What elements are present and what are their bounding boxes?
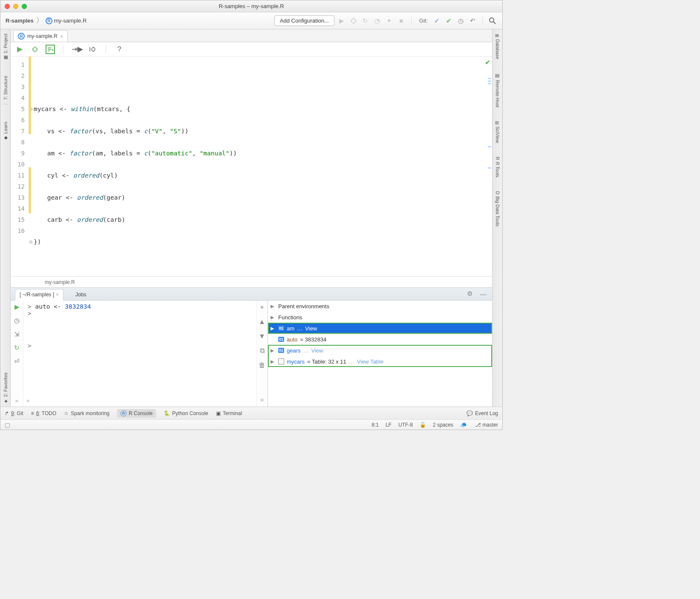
editor-tab-label: my-sample.R bbox=[27, 33, 58, 39]
r-console-panel: [ ~/R-samples ] × Jobs ⚙ — ▶ ◷ ⇲ bbox=[11, 287, 492, 407]
hide-panel-icon[interactable]: — bbox=[478, 289, 488, 298]
env-var-mycars[interactable]: ▶ mycars = Table: 32 x 11 … View Table bbox=[268, 356, 492, 367]
export-icon[interactable]: ⇲ bbox=[12, 330, 22, 339]
coverage-button[interactable]: ↻ bbox=[361, 16, 370, 26]
learn-tool-tab[interactable]: ◆Learn bbox=[2, 119, 9, 143]
indent-settings[interactable]: 2 spaces bbox=[433, 422, 453, 428]
settings-icon[interactable]: ⚙ bbox=[465, 289, 474, 298]
history-icon[interactable]: ◷ bbox=[12, 316, 22, 325]
spark-monitoring-tab[interactable]: ☆ Spark monitoring bbox=[64, 410, 109, 416]
git-update-icon[interactable]: ✓ bbox=[432, 16, 441, 26]
code-str: "S" bbox=[170, 128, 181, 135]
file-encoding[interactable]: UTF-8 bbox=[398, 422, 413, 428]
console-tab-jobs[interactable]: Jobs bbox=[71, 289, 90, 300]
up-icon[interactable]: ▲ bbox=[258, 318, 266, 326]
soft-wrap-icon[interactable]: ⏎ bbox=[12, 357, 22, 366]
env-view-link[interactable]: View bbox=[311, 347, 323, 354]
env-view-table-link[interactable]: View Table bbox=[357, 358, 383, 365]
env-var-auto[interactable]: 01 auto = 3832834 bbox=[268, 334, 492, 345]
more-icon[interactable]: » bbox=[26, 397, 30, 404]
code-area[interactable]: ⊖mycars <- within(mtcars, { vs <- factor… bbox=[29, 57, 492, 276]
editor-tab-active[interactable]: R my-sample.R × bbox=[13, 30, 68, 42]
concurrency-button[interactable]: ✦ bbox=[385, 16, 394, 26]
code-str: "automatic" bbox=[151, 150, 192, 157]
code-text: vs <- bbox=[32, 128, 69, 135]
favorites-tool-tab[interactable]: ★2: Favorites bbox=[2, 370, 9, 407]
add-icon[interactable]: + bbox=[258, 303, 266, 312]
repl-area[interactable]: > auto <- 3832834 > > » bbox=[23, 301, 256, 407]
python-console-tab[interactable]: 🐍 Python Console bbox=[164, 410, 208, 416]
line-separator[interactable]: LF bbox=[386, 422, 392, 428]
r-console-tab[interactable]: R R Console bbox=[117, 409, 156, 418]
run-button[interactable]: ▶ bbox=[337, 16, 346, 26]
run-configuration-dropdown[interactable]: Add Configuration... bbox=[274, 15, 334, 26]
svg-marker-17 bbox=[52, 49, 54, 51]
readonly-toggle-icon[interactable]: 🔓 bbox=[420, 422, 426, 428]
close-window-button[interactable] bbox=[5, 4, 10, 9]
breadcrumb[interactable]: R-samples 〉 R my-sample.R bbox=[6, 16, 86, 25]
code-editor[interactable]: ✔ 1 2 3 4 5 6 7 8 9 bbox=[11, 57, 492, 276]
svg-point-5 bbox=[490, 18, 494, 22]
vcs-change-marker[interactable] bbox=[29, 167, 31, 213]
breadcrumb-file[interactable]: R my-sample.R bbox=[46, 17, 87, 24]
svg-point-0 bbox=[351, 19, 356, 23]
big-data-tools-tab[interactable]: DBig Data Tools bbox=[494, 189, 501, 229]
big-data-tools-label: Big Data Tools bbox=[495, 196, 500, 226]
interpreter-status[interactable]: 🧢 bbox=[460, 422, 468, 428]
env-group-functions[interactable]: ▶Functions bbox=[268, 312, 492, 323]
debug-button[interactable] bbox=[349, 16, 358, 26]
delete-icon[interactable]: 🗑 bbox=[258, 361, 266, 370]
run-to-cursor-icon[interactable]: ⇥▶ bbox=[72, 45, 82, 54]
line-number-gutter[interactable]: 1 2 3 4 5 6 7 8 9 10 11 12 13 14 15 16 bbox=[11, 57, 29, 276]
down-icon[interactable]: ▼ bbox=[258, 332, 266, 341]
todo-tool-tab[interactable]: ≡ 6: TODO6: TODO bbox=[31, 410, 57, 416]
restart-icon[interactable]: ↻ bbox=[12, 343, 22, 353]
terminal-tab[interactable]: ▣ Terminal bbox=[216, 410, 242, 416]
r-tools-tab[interactable]: RR Tools bbox=[494, 154, 501, 180]
more-icon[interactable]: » bbox=[258, 396, 266, 404]
profile-button[interactable]: ◔ bbox=[373, 16, 382, 26]
run-selection-icon[interactable] bbox=[46, 45, 55, 54]
zoom-window-button[interactable] bbox=[22, 4, 27, 9]
code-text: (cyl) bbox=[99, 172, 118, 179]
env-var-am[interactable]: ▶ 01 am … View bbox=[268, 323, 492, 334]
sciview-tool-tab[interactable]: ⊞SciView bbox=[494, 118, 501, 146]
event-log-tab[interactable]: 💬 Event Log bbox=[467, 410, 498, 416]
project-tool-tab[interactable]: ▦1: Project bbox=[2, 31, 9, 63]
search-everywhere-icon[interactable] bbox=[488, 16, 497, 26]
environment-panel[interactable]: ▶Parent environments ▶Functions ▶ 01 am … bbox=[268, 301, 492, 407]
vcs-change-marker[interactable] bbox=[29, 57, 31, 134]
tool-window-quick-access-icon[interactable]: ▢ bbox=[5, 421, 10, 428]
git-commit-icon[interactable]: ✔ bbox=[444, 16, 453, 26]
run-file-icon[interactable]: ▶ bbox=[15, 45, 24, 54]
console-tab-session[interactable]: [ ~/R-samples ] × bbox=[15, 289, 63, 301]
help-icon[interactable]: ? bbox=[115, 45, 124, 54]
close-tab-icon[interactable]: × bbox=[60, 33, 63, 40]
remote-host-tool-tab[interactable]: ▤Remote Host bbox=[494, 70, 501, 110]
window-title: R-samples – my-sample.R bbox=[0, 3, 502, 9]
execute-icon[interactable]: ▶ bbox=[12, 302, 22, 312]
env-var-gears[interactable]: ▶ 01 gears … View bbox=[268, 345, 492, 356]
code-text: (carb) bbox=[103, 216, 125, 223]
env-var-value: = 3832834 bbox=[300, 336, 326, 343]
stop-button[interactable]: ■ bbox=[397, 16, 406, 26]
close-tab-icon[interactable]: × bbox=[56, 292, 59, 298]
editor-file-breadcrumb[interactable]: my-sample.R bbox=[11, 276, 492, 287]
structure-tool-tab[interactable]: ⋮7: Structure bbox=[2, 73, 9, 109]
more-icon[interactable]: » bbox=[15, 397, 19, 407]
git-tool-tab[interactable]: ↱ 99: Git: Git bbox=[5, 410, 23, 416]
env-group-parent[interactable]: ▶Parent environments bbox=[268, 301, 492, 312]
env-view-link[interactable]: View bbox=[305, 325, 317, 332]
database-tool-tab[interactable]: ≣Database bbox=[494, 31, 501, 62]
line-number: 15 bbox=[11, 214, 25, 225]
copy-icon[interactable]: ⧉ bbox=[258, 347, 266, 355]
code-text: , bbox=[192, 150, 199, 157]
git-history-icon[interactable]: ◷ bbox=[456, 16, 465, 26]
git-branch[interactable]: ⎇ master bbox=[475, 422, 498, 428]
debug-file-icon[interactable] bbox=[30, 45, 40, 54]
git-revert-icon[interactable]: ↶ bbox=[468, 16, 477, 26]
cursor-position[interactable]: 8:1 bbox=[372, 422, 379, 428]
minimize-window-button[interactable] bbox=[13, 4, 18, 9]
debug-to-cursor-icon[interactable] bbox=[88, 45, 97, 54]
breadcrumb-project[interactable]: R-samples bbox=[6, 17, 34, 24]
